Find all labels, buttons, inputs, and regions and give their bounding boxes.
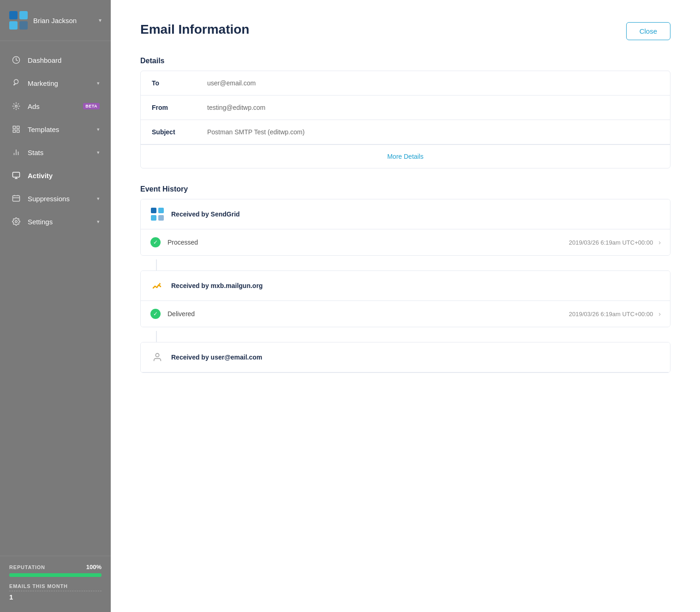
sidebar-item-suppressions-label: Suppressions xyxy=(28,195,97,203)
close-button[interactable]: Close xyxy=(626,22,670,40)
sidebar-item-activity[interactable]: Activity xyxy=(0,164,111,187)
sidebar-navigation: Dashboard Marketing ▾ Ads BETA xyxy=(0,41,111,556)
event-group-mailgun: Received by mxb.mailgun.org ✓ Delivered … xyxy=(140,270,670,327)
page-header: Email Information Close xyxy=(140,22,670,40)
page-title: Email Information xyxy=(140,22,249,37)
svg-rect-9 xyxy=(17,130,19,132)
more-details-link[interactable]: More Details xyxy=(387,153,424,160)
event-group-user-title: Received by user@email.com xyxy=(171,354,262,361)
connector-line-2 xyxy=(156,331,157,342)
templates-chevron-icon: ▾ xyxy=(97,126,100,132)
detail-value-subject: Postman SMTP Test (editwp.com) xyxy=(207,128,305,136)
sidebar-item-settings[interactable]: Settings ▾ xyxy=(0,210,111,233)
sidebar-item-marketing-label: Marketing xyxy=(28,79,97,87)
mailgun-icon xyxy=(150,278,165,293)
detail-row-subject: Subject Postman SMTP Test (editwp.com) xyxy=(141,120,670,144)
details-card: To user@email.com From testing@editwp.co… xyxy=(140,71,670,168)
suppressions-chevron-icon: ▾ xyxy=(97,196,100,202)
delivered-check-icon: ✓ xyxy=(150,309,161,319)
details-section: Details To user@email.com From testing@e… xyxy=(140,57,670,168)
svg-rect-20 xyxy=(151,215,156,221)
detail-label-to: To xyxy=(152,79,207,87)
event-row-delivered[interactable]: ✓ Delivered 2019/03/26 6:19am UTC+00:00 … xyxy=(141,301,670,327)
detail-value-to: user@email.com xyxy=(207,79,256,87)
activity-icon xyxy=(11,170,21,180)
detail-row-to: To user@email.com xyxy=(141,71,670,96)
sidebar-item-settings-label: Settings xyxy=(28,218,97,226)
event-history-section: Event History Received by SendGrid ✓ xyxy=(140,185,670,373)
stats-chevron-icon: ▾ xyxy=(97,150,100,156)
event-time-processed: 2019/03/26 6:19am UTC+00:00 xyxy=(569,239,653,246)
detail-label-subject: Subject xyxy=(152,128,207,136)
more-details-row: More Details xyxy=(141,144,670,168)
stats-icon xyxy=(11,147,21,157)
sidebar-item-marketing[interactable]: Marketing ▾ xyxy=(0,72,111,95)
reputation-progress-bar xyxy=(9,573,102,577)
detail-row-from: From testing@editwp.com xyxy=(141,96,670,120)
event-row-delivered-chevron-icon: › xyxy=(658,310,661,318)
reputation-progress-fill xyxy=(9,573,102,577)
event-row-processed[interactable]: ✓ Processed 2019/03/26 6:19am UTC+00:00 … xyxy=(141,229,670,255)
sidebar-item-activity-label: Activity xyxy=(28,172,100,180)
svg-rect-2 xyxy=(9,21,18,30)
event-group-sendgrid: Received by SendGrid ✓ Processed 2019/03… xyxy=(140,199,670,256)
sidebar-item-ads[interactable]: Ads BETA xyxy=(0,95,111,118)
svg-rect-7 xyxy=(17,126,19,128)
svg-rect-6 xyxy=(13,126,15,128)
sidebar-item-templates-label: Templates xyxy=(28,126,97,133)
user-icon xyxy=(150,350,165,365)
event-name-processed: Processed xyxy=(168,239,569,246)
green-check-icon: ✓ xyxy=(150,237,161,247)
sidebar-chevron-icon: ▾ xyxy=(99,17,102,24)
svg-point-5 xyxy=(15,105,18,108)
sidebar-item-ads-label: Ads xyxy=(28,102,80,110)
settings-chevron-icon: ▾ xyxy=(97,219,100,225)
details-section-title: Details xyxy=(140,57,670,65)
svg-rect-18 xyxy=(151,208,156,213)
suppressions-icon xyxy=(11,193,21,204)
app-logo xyxy=(9,11,28,30)
sidebar-item-stats[interactable]: Stats ▾ xyxy=(0,141,111,164)
sidebar-item-suppressions[interactable]: Suppressions ▾ xyxy=(0,187,111,210)
sidebar-header[interactable]: Brian Jackson ▾ xyxy=(0,0,111,41)
connector-line-1 xyxy=(156,259,157,270)
svg-rect-19 xyxy=(158,208,164,213)
ads-beta-badge: BETA xyxy=(83,103,100,109)
sidebar-footer: REPUTATION 100% EMAILS THIS MONTH 1 xyxy=(0,556,111,612)
sidebar-item-templates[interactable]: Templates ▾ xyxy=(0,118,111,141)
detail-label-from: From xyxy=(152,104,207,111)
reputation-value: 100% xyxy=(86,564,102,570)
event-group-mailgun-header: Received by mxb.mailgun.org xyxy=(141,271,670,301)
sidebar-item-dashboard[interactable]: Dashboard xyxy=(0,48,111,72)
event-group-mailgun-title: Received by mxb.mailgun.org xyxy=(171,282,263,289)
marketing-chevron-icon: ▾ xyxy=(97,80,100,86)
event-group-user: Received by user@email.com xyxy=(140,342,670,373)
event-group-sendgrid-header: Received by SendGrid xyxy=(141,199,670,229)
dashboard-icon xyxy=(11,55,21,65)
sidebar-item-stats-label: Stats xyxy=(28,149,97,156)
svg-rect-16 xyxy=(13,196,20,201)
svg-point-17 xyxy=(15,221,18,223)
sendgrid-icon xyxy=(150,207,165,222)
marketing-icon xyxy=(11,78,21,88)
ads-icon xyxy=(11,101,21,111)
emails-this-month-label: EMAILS THIS MONTH xyxy=(9,583,102,591)
svg-point-22 xyxy=(156,354,159,357)
delivered-status-icon: ✓ xyxy=(150,308,161,319)
emails-this-month-count: 1 xyxy=(9,593,102,601)
processed-status-icon: ✓ xyxy=(150,237,161,248)
sidebar-username: Brian Jackson xyxy=(33,17,99,24)
event-name-delivered: Delivered xyxy=(168,310,569,318)
sidebar-item-dashboard-label: Dashboard xyxy=(28,56,100,64)
templates-icon xyxy=(11,124,21,134)
svg-rect-1 xyxy=(19,11,28,19)
main-content: Email Information Close Details To user@… xyxy=(111,0,700,612)
event-row-chevron-icon: › xyxy=(658,239,661,246)
reputation-label: REPUTATION xyxy=(9,564,45,570)
settings-icon xyxy=(11,216,21,227)
svg-rect-0 xyxy=(9,11,18,19)
svg-rect-21 xyxy=(158,215,164,221)
svg-rect-8 xyxy=(13,130,15,132)
event-group-user-header: Received by user@email.com xyxy=(141,342,670,372)
event-group-sendgrid-title: Received by SendGrid xyxy=(171,210,240,218)
